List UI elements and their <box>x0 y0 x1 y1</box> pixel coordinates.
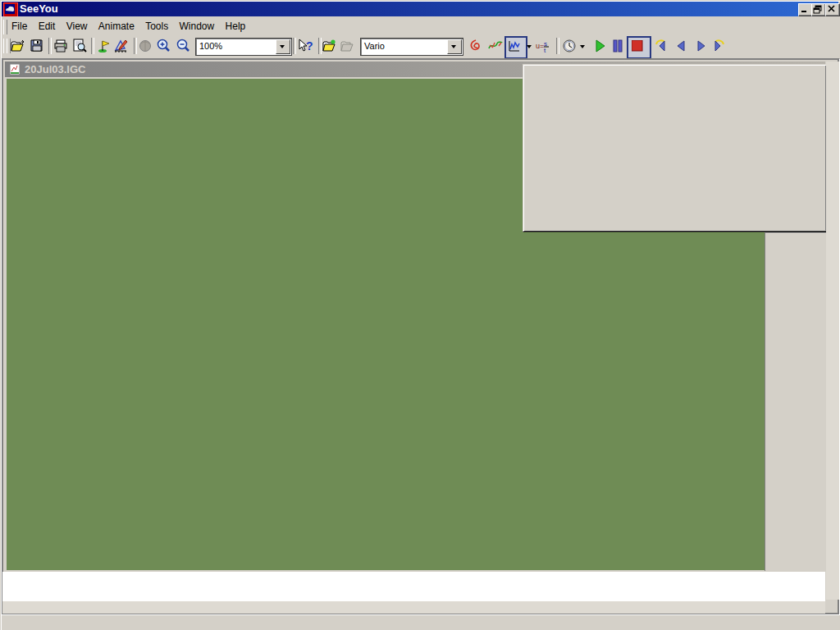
svg-text:t: t <box>544 47 546 52</box>
svg-text:?: ? <box>306 39 313 52</box>
svg-text:u=: u= <box>536 42 544 50</box>
